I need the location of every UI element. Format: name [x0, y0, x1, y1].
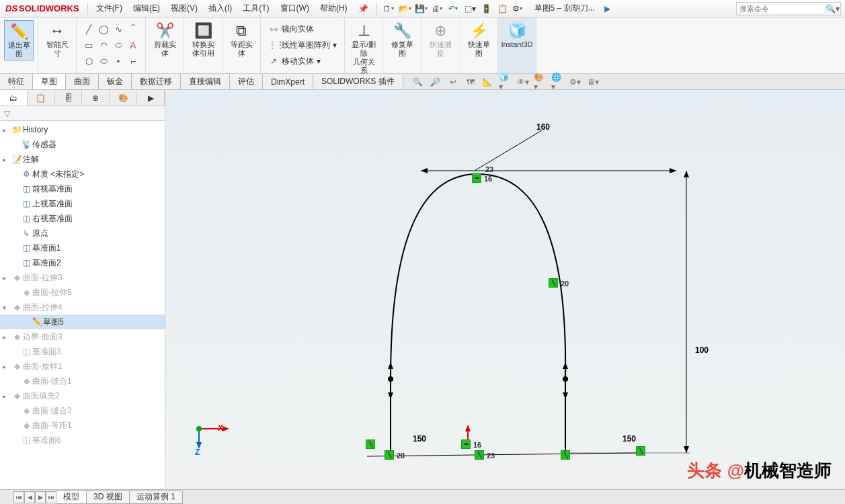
tree-history[interactable]: ▸📁History	[0, 122, 165, 137]
relation-marker[interactable]: ━	[461, 439, 471, 449]
screen-icon[interactable]: 🖥▾	[586, 75, 600, 89]
section-icon[interactable]: 🗺	[464, 75, 477, 89]
tree-offset1[interactable]: ◆曲面-等距1	[0, 418, 165, 433]
menu-insert[interactable]: 插入(I)	[203, 0, 237, 17]
dim-160[interactable]: 160	[536, 122, 550, 132]
tab-dimxpert[interactable]: DimXpert	[263, 74, 313, 89]
tree-annotations[interactable]: ▸📝注解	[0, 152, 165, 167]
print-button[interactable]: 🖨▾	[431, 2, 446, 15]
fm-tab-config[interactable]: 🗄	[55, 90, 83, 106]
tree-loft1[interactable]: ▸◆曲面-放样1	[0, 359, 165, 374]
tab-addins[interactable]: SOLIDWORKS 插件	[313, 74, 403, 89]
menu-edit[interactable]: 编辑(E)	[128, 0, 165, 17]
fm-tab-property[interactable]: 📋	[28, 90, 55, 106]
tree-extrude3[interactable]: ▸◆曲面-拉伸3	[0, 270, 165, 285]
polygon-tool[interactable]: ⬡	[82, 54, 95, 69]
select-button[interactable]: ⬚▾	[463, 2, 478, 15]
relation-marker[interactable]: ╲	[385, 450, 394, 460]
slot-tool[interactable]: ⬭	[97, 54, 110, 69]
fm-tab-display[interactable]: 🎨	[110, 90, 137, 106]
dim-150-right[interactable]: 150	[622, 434, 636, 444]
display-style-icon[interactable]: 🧊▾	[499, 75, 512, 89]
tab-evaluate[interactable]: 评估	[230, 74, 263, 89]
zoom-fit-icon[interactable]: 🔍	[411, 75, 425, 89]
options-button[interactable]: 📋	[495, 2, 510, 15]
tree-right-plane[interactable]: ◫右视基准面	[0, 211, 165, 226]
tab-sketch[interactable]: 草图	[33, 74, 66, 89]
view-triad[interactable]	[192, 409, 233, 449]
menu-view[interactable]: 视图(V)	[165, 0, 203, 17]
new-button[interactable]: 🗋▾	[383, 2, 397, 15]
move-entities-button[interactable]: ↗移动实体 ▾	[266, 54, 339, 69]
scene-icon[interactable]: 🌐▾	[551, 75, 565, 89]
search-box[interactable]: 🔍▾	[736, 2, 841, 15]
relation-marker[interactable]: ╲	[475, 450, 484, 460]
bottom-tab-motion[interactable]: 运动算例 1	[129, 491, 183, 504]
play-icon[interactable]: ▶	[600, 2, 615, 15]
menu-file[interactable]: 文件(F)	[91, 0, 128, 17]
tree-plane1[interactable]: ◫基准面1	[0, 241, 165, 255]
fm-tab-dimxpert[interactable]: ⊕	[82, 90, 110, 106]
open-button[interactable]: 📂▾	[399, 2, 413, 15]
menu-tools[interactable]: 工具(T)	[237, 0, 274, 17]
tree-extrude5[interactable]: ◆曲面-拉伸5	[0, 285, 165, 300]
view-orient-icon[interactable]: 📐	[481, 75, 495, 89]
sheet-nav[interactable]: ⏮ ◀ ▶ ⏭	[13, 491, 56, 503]
ellipse-tool[interactable]: ⬭	[112, 38, 125, 52]
tree-plane6[interactable]: ◫基准面6	[0, 433, 165, 448]
tree-material[interactable]: ⚙材质 <未指定>	[0, 167, 165, 181]
relation-marker[interactable]: ╲	[366, 439, 375, 449]
dim-100[interactable]: 100	[695, 345, 709, 355]
linear-pattern-button[interactable]: ⋮⋮线性草图阵列 ▾	[266, 38, 339, 52]
nav-last-icon[interactable]: ⏭	[46, 491, 56, 503]
graphics-area[interactable]: 160 100 150 150 ━ 16 ╲ 20 ╲ ╲ 20 ━ 16 ╲ …	[165, 90, 845, 489]
prev-view-icon[interactable]: ↩	[446, 75, 460, 89]
hide-show-icon[interactable]: 👁▾	[516, 75, 530, 89]
circle-tool[interactable]: ◯	[97, 22, 110, 36]
rapid-sketch-button[interactable]: ⚡ 快速草 图	[464, 20, 493, 59]
tree-origin[interactable]: ↳原点	[0, 226, 165, 241]
tree-plane3[interactable]: ◫基准面3	[0, 344, 165, 359]
offset-button[interactable]: ⧉ 等距实 体	[227, 20, 256, 59]
spline2-tool[interactable]: ⌒	[126, 22, 140, 36]
arc-tool[interactable]: ◠	[97, 38, 110, 52]
tab-direct[interactable]: 直接编辑	[181, 74, 230, 89]
mirror-button[interactable]: ⧟镜向实体	[266, 22, 339, 36]
tab-surface[interactable]: 曲面	[66, 74, 99, 89]
fm-tab-tree[interactable]: 🗂	[0, 90, 28, 106]
tree-sketch5[interactable]: ✏️草图5	[0, 314, 165, 329]
point-tool[interactable]: •	[112, 54, 125, 69]
bottom-tab-3dview[interactable]: 3D 视图	[86, 491, 130, 504]
relation-marker[interactable]: ╲	[561, 450, 570, 460]
menu-help[interactable]: 帮助(H)	[315, 0, 353, 17]
tree-plane2[interactable]: ◫基准面2	[0, 255, 165, 270]
text-tool[interactable]: A	[126, 38, 140, 52]
nav-next-icon[interactable]: ▶	[35, 491, 46, 503]
tab-sheetmetal[interactable]: 钣金	[99, 74, 132, 89]
instant3d-button[interactable]: 🧊 Instant3D	[502, 20, 532, 50]
tree-sensors[interactable]: 📡传感器	[0, 137, 165, 152]
filter-bar[interactable]: ▽	[0, 106, 165, 121]
line-tool[interactable]: ╱	[82, 22, 95, 36]
menu-window[interactable]: 窗口(W)	[275, 0, 315, 17]
search-icon[interactable]: 🔍▾	[824, 4, 840, 13]
tree-knit1[interactable]: ◆曲面-缝合1	[0, 374, 165, 388]
tab-migrate[interactable]: 数据迁移	[132, 74, 181, 89]
exit-sketch-button[interactable]: ✏️ 退出草 图	[4, 20, 34, 60]
bottom-tab-model[interactable]: 模型	[56, 491, 87, 504]
settings-button[interactable]: ⚙▾	[512, 2, 526, 15]
tree-knit2[interactable]: ◆曲面-缝合2	[0, 403, 165, 418]
edit-appearance-icon[interactable]: 🎨▾	[534, 75, 547, 89]
relation-marker[interactable]: ╲	[636, 446, 645, 456]
rebuild-button[interactable]: 🚦	[479, 2, 494, 15]
tree-top-plane[interactable]: ◫上视基准面	[0, 196, 165, 211]
fillet-tool[interactable]: ⌐	[126, 54, 140, 69]
save-button[interactable]: 💾▾	[415, 2, 430, 15]
pin-icon[interactable]: 📌	[353, 0, 374, 17]
trim-button[interactable]: ✂️ 剪裁实 体	[150, 20, 179, 59]
search-input[interactable]	[737, 5, 824, 13]
fm-tab-more[interactable]: ▶	[137, 90, 165, 106]
tree-fill2[interactable]: ▸◆曲面填充2	[0, 388, 165, 403]
tree-boundary3[interactable]: ▸◆边界-曲面3	[0, 329, 165, 344]
tab-feature[interactable]: 特征	[0, 74, 33, 89]
